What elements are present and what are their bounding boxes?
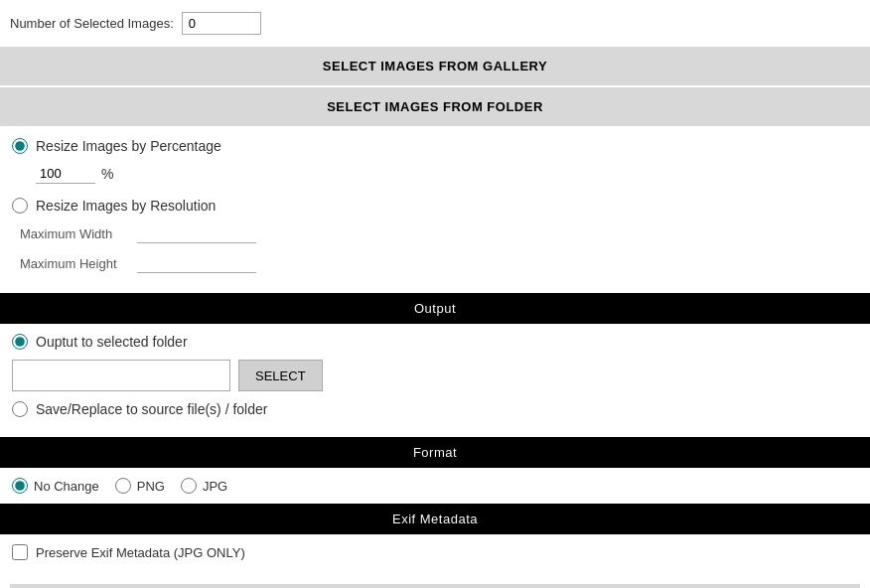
save-replace-row: Save/Replace to source file(s) / folder xyxy=(12,401,858,417)
max-width-row: Maximum Width xyxy=(20,223,858,243)
percentage-unit: % xyxy=(101,166,113,182)
preserve-exif-row: Preserve Exif Metadata (JPG ONLY) xyxy=(12,544,858,560)
png-label: PNG xyxy=(137,479,165,494)
output-folder-input[interactable] xyxy=(12,360,230,391)
resize-percentage-label[interactable]: Resize Images by Percentage xyxy=(36,138,221,154)
format-section: No Change PNG JPG xyxy=(0,468,870,504)
jpg-radio[interactable] xyxy=(181,478,197,494)
output-folder-radio-row: Ouptut to selected folder xyxy=(12,334,858,350)
max-height-row: Maximum Height xyxy=(20,253,858,273)
selected-images-row: Number of Selected Images: xyxy=(0,0,870,47)
max-height-input[interactable] xyxy=(137,253,256,273)
max-width-input[interactable] xyxy=(137,223,256,243)
select-folder-button[interactable]: SELECT IMAGES FROM FOLDER xyxy=(0,87,870,126)
resize-section: Resize Images by Percentage % Resize Ima… xyxy=(0,128,870,293)
output-to-folder-label[interactable]: Ouptut to selected folder xyxy=(36,334,188,350)
max-height-label: Maximum Height xyxy=(20,256,129,271)
resize-percentage-radio[interactable] xyxy=(12,138,28,154)
exif-section: Preserve Exif Metadata (JPG ONLY) xyxy=(0,534,870,570)
output-header: Output xyxy=(0,293,870,324)
no-change-option[interactable]: No Change xyxy=(12,478,99,494)
preserve-exif-checkbox[interactable] xyxy=(12,544,28,560)
no-change-label: No Change xyxy=(34,479,99,494)
select-gallery-button[interactable]: SELECT IMAGES FROM GALLERY xyxy=(0,47,870,85)
no-change-radio[interactable] xyxy=(12,478,28,494)
resize-resolution-label[interactable]: Resize Images by Resolution xyxy=(36,198,216,214)
output-section: Ouptut to selected folder SELECT Save/Re… xyxy=(0,324,870,437)
png-option[interactable]: PNG xyxy=(115,478,165,494)
percentage-value-row: % xyxy=(36,164,858,184)
percentage-input[interactable] xyxy=(36,164,95,184)
jpg-label: JPG xyxy=(203,479,227,494)
output-folder-row: SELECT xyxy=(12,360,858,391)
resize-btn-row: RESIZE xyxy=(0,570,870,588)
png-radio[interactable] xyxy=(115,478,131,494)
resize-resolution-row: Resize Images by Resolution xyxy=(12,198,858,214)
save-replace-label[interactable]: Save/Replace to source file(s) / folder xyxy=(36,401,267,417)
output-select-button[interactable]: SELECT xyxy=(238,360,323,391)
save-replace-radio[interactable] xyxy=(12,401,28,417)
selected-images-label: Number of Selected Images: xyxy=(10,16,174,31)
jpg-option[interactable]: JPG xyxy=(181,478,227,494)
preserve-exif-label[interactable]: Preserve Exif Metadata (JPG ONLY) xyxy=(36,545,245,560)
resize-button[interactable]: RESIZE xyxy=(10,584,860,588)
exif-header: Exif Metadata xyxy=(0,504,870,534)
format-header: Format xyxy=(0,437,870,468)
selected-images-input[interactable] xyxy=(182,12,261,35)
output-folder-radio[interactable] xyxy=(12,334,28,350)
max-width-label: Maximum Width xyxy=(20,226,129,241)
resize-resolution-radio[interactable] xyxy=(12,198,28,214)
format-options-row: No Change PNG JPG xyxy=(12,478,858,494)
resize-percentage-row: Resize Images by Percentage xyxy=(12,138,858,154)
